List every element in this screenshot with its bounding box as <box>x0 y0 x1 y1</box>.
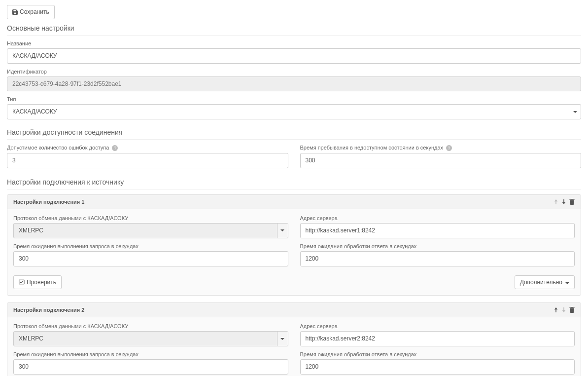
connection-panel-actions <box>553 307 575 313</box>
server-label: Адрес сервера <box>300 215 575 221</box>
move-up-icon <box>553 199 558 204</box>
delete-icon[interactable] <box>569 199 575 205</box>
connection-panel-heading: Настройки подключения 1 <box>7 195 581 209</box>
resp-timeout-label: Время ожидания обработки ответа в секунд… <box>300 351 575 357</box>
chevron-down-icon <box>570 105 581 119</box>
delete-icon[interactable] <box>569 307 575 313</box>
protocol-select[interactable]: XMLRPC <box>13 223 288 238</box>
advanced-button[interactable]: Дополнительно <box>515 275 575 290</box>
check-icon <box>19 279 25 285</box>
type-label: Тип <box>7 96 581 102</box>
connection-panel-body: Протокол обмена данными с КАСКАД/АСОКУ X… <box>7 317 581 376</box>
server-label: Адрес сервера <box>300 323 575 329</box>
connection-panel-title: Настройки подключения 1 <box>13 199 84 205</box>
resp-timeout-input[interactable] <box>300 359 575 375</box>
req-timeout-label: Время ожидания выполнения запроса в секу… <box>13 243 288 249</box>
save-button[interactable]: Сохранить <box>7 5 55 19</box>
unavailable-input[interactable] <box>300 153 582 168</box>
verify-button[interactable]: Проверить <box>13 275 62 290</box>
chevron-down-icon <box>277 224 288 238</box>
protocol-select-value: XMLRPC <box>13 331 288 346</box>
move-up-icon[interactable] <box>553 307 558 312</box>
req-timeout-label: Время ожидания выполнения запроса в секу… <box>13 351 288 357</box>
move-down-icon[interactable] <box>561 199 566 204</box>
section-basic-title: Основные настройки <box>7 20 581 36</box>
connection-panel: Настройки подключения 1 Протокол обмена … <box>7 194 581 296</box>
req-timeout-input[interactable] <box>13 359 288 375</box>
req-timeout-input[interactable] <box>13 251 288 266</box>
unavailable-label: Время пребывания в недоступном состоянии… <box>300 145 582 151</box>
move-down-icon <box>561 307 566 312</box>
help-icon[interactable]: ? <box>446 145 452 151</box>
chevron-down-icon <box>277 332 288 346</box>
verify-button-label: Проверить <box>27 278 56 287</box>
name-label: Название <box>7 40 581 46</box>
save-icon <box>12 9 18 15</box>
id-label: Идентификатор <box>7 69 581 75</box>
errors-input[interactable] <box>7 153 288 168</box>
type-select-value: КАСКАД/АСОКУ <box>7 104 581 119</box>
chevron-down-icon <box>565 278 569 287</box>
help-icon[interactable]: ? <box>112 145 118 151</box>
section-connections-title: Настройки подключения к источнику <box>7 174 581 189</box>
protocol-select-value: XMLRPC <box>13 223 288 238</box>
section-availability-title: Настройки доступности соединения <box>7 124 581 140</box>
server-input[interactable] <box>300 331 575 346</box>
type-select[interactable]: КАСКАД/АСОКУ <box>7 104 581 119</box>
protocol-label: Протокол обмена данными с КАСКАД/АСОКУ <box>13 215 288 221</box>
protocol-select[interactable]: XMLRPC <box>13 331 288 346</box>
server-input[interactable] <box>300 223 575 238</box>
connection-panel-title: Настройки подключения 2 <box>13 307 84 313</box>
errors-label: Допустимое количество ошибок доступа ? <box>7 145 288 151</box>
save-button-label: Сохранить <box>20 8 49 16</box>
advanced-button-label: Дополнительно <box>520 278 562 287</box>
name-input[interactable] <box>7 48 581 64</box>
id-input <box>7 76 581 92</box>
protocol-label: Протокол обмена данными с КАСКАД/АСОКУ <box>13 323 288 329</box>
connection-panel-body: Протокол обмена данными с КАСКАД/АСОКУ X… <box>7 209 581 295</box>
resp-timeout-label: Время ожидания обработки ответа в секунд… <box>300 243 575 249</box>
connection-panel: Настройки подключения 2 Протокол обмена … <box>7 302 581 376</box>
resp-timeout-input[interactable] <box>300 251 575 266</box>
connection-panel-heading: Настройки подключения 2 <box>7 303 581 317</box>
connection-panel-actions <box>553 199 575 205</box>
